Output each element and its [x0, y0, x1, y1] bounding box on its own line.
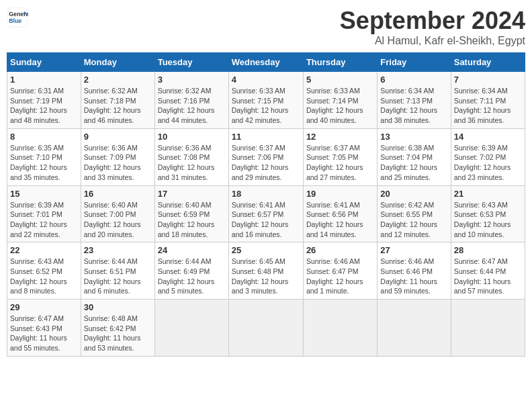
day-info: Sunrise: 6:44 AM Sunset: 6:51 PM Dayligh…	[84, 257, 152, 296]
svg-text:Blue: Blue	[9, 17, 21, 24]
day-info: Sunrise: 6:34 AM Sunset: 7:11 PM Dayligh…	[454, 86, 522, 126]
table-row: 14Sunrise: 6:39 AM Sunset: 7:02 PM Dayli…	[451, 128, 525, 185]
day-info: Sunrise: 6:31 AM Sunset: 7:19 PM Dayligh…	[10, 86, 78, 126]
table-row: 6Sunrise: 6:34 AM Sunset: 7:13 PM Daylig…	[378, 72, 451, 129]
day-info: Sunrise: 6:39 AM Sunset: 7:01 PM Dayligh…	[10, 200, 78, 240]
day-number: 14	[454, 132, 522, 142]
day-number: 25	[232, 245, 300, 255]
day-number: 7	[454, 75, 522, 85]
day-info: Sunrise: 6:36 AM Sunset: 7:08 PM Dayligh…	[158, 143, 226, 183]
day-number: 19	[306, 189, 374, 199]
day-info: Sunrise: 6:45 AM Sunset: 6:48 PM Dayligh…	[232, 257, 300, 296]
table-row: 8Sunrise: 6:35 AM Sunset: 7:10 PM Daylig…	[7, 128, 81, 185]
day-info: Sunrise: 6:46 AM Sunset: 6:47 PM Dayligh…	[306, 257, 374, 296]
day-number: 9	[84, 132, 152, 142]
header-monday: Monday	[81, 53, 154, 72]
table-row: 7Sunrise: 6:34 AM Sunset: 7:11 PM Daylig…	[451, 72, 525, 129]
location-title: Al Hamul, Kafr el-Sheikh, Egypt	[340, 35, 525, 47]
day-info: Sunrise: 6:37 AM Sunset: 7:05 PM Dayligh…	[306, 143, 374, 183]
day-number: 8	[10, 132, 78, 142]
table-row: 26Sunrise: 6:46 AM Sunset: 6:47 PM Dayli…	[303, 242, 377, 300]
table-row: 17Sunrise: 6:40 AM Sunset: 6:59 PM Dayli…	[154, 185, 228, 242]
day-number: 16	[84, 189, 152, 199]
header-thursday: Thursday	[303, 53, 377, 72]
logo-icon: General Blue	[7, 7, 28, 28]
day-info: Sunrise: 6:48 AM Sunset: 6:42 PM Dayligh…	[84, 314, 152, 353]
header-saturday: Saturday	[451, 53, 525, 72]
day-number: 28	[454, 245, 522, 255]
table-row: 25Sunrise: 6:45 AM Sunset: 6:48 PM Dayli…	[228, 242, 303, 300]
table-row: 29Sunrise: 6:47 AM Sunset: 6:43 PM Dayli…	[7, 300, 81, 357]
day-number: 11	[232, 132, 300, 142]
day-number: 30	[84, 302, 152, 312]
day-info: Sunrise: 6:40 AM Sunset: 6:59 PM Dayligh…	[158, 200, 226, 240]
table-row: 5Sunrise: 6:33 AM Sunset: 7:14 PM Daylig…	[303, 72, 377, 129]
day-number: 18	[232, 189, 300, 199]
day-info: Sunrise: 6:32 AM Sunset: 7:18 PM Dayligh…	[84, 86, 152, 126]
table-row	[228, 300, 303, 357]
calendar-table: Sunday Monday Tuesday Wednesday Thursday…	[7, 52, 525, 357]
day-number: 27	[380, 245, 447, 255]
table-row: 16Sunrise: 6:40 AM Sunset: 7:00 PM Dayli…	[81, 185, 154, 242]
header-sunday: Sunday	[7, 53, 81, 72]
logo: General Blue	[7, 7, 28, 28]
day-info: Sunrise: 6:33 AM Sunset: 7:14 PM Dayligh…	[306, 86, 374, 126]
calendar-week-row: 22Sunrise: 6:43 AM Sunset: 6:52 PM Dayli…	[7, 242, 525, 300]
table-row: 18Sunrise: 6:41 AM Sunset: 6:57 PM Dayli…	[228, 185, 303, 242]
day-info: Sunrise: 6:39 AM Sunset: 7:02 PM Dayligh…	[454, 143, 522, 183]
calendar-week-row: 1Sunrise: 6:31 AM Sunset: 7:19 PM Daylig…	[7, 72, 525, 129]
day-info: Sunrise: 6:41 AM Sunset: 6:56 PM Dayligh…	[306, 200, 374, 240]
table-row: 10Sunrise: 6:36 AM Sunset: 7:08 PM Dayli…	[154, 128, 228, 185]
table-row: 21Sunrise: 6:43 AM Sunset: 6:53 PM Dayli…	[451, 185, 525, 242]
day-info: Sunrise: 6:36 AM Sunset: 7:09 PM Dayligh…	[84, 143, 152, 183]
page-header: General Blue September 2024 Al Hamul, Ka…	[7, 7, 525, 47]
day-info: Sunrise: 6:47 AM Sunset: 6:44 PM Dayligh…	[454, 257, 522, 296]
table-row: 3Sunrise: 6:32 AM Sunset: 7:16 PM Daylig…	[154, 72, 228, 129]
day-info: Sunrise: 6:46 AM Sunset: 6:46 PM Dayligh…	[380, 257, 447, 296]
table-row: 4Sunrise: 6:33 AM Sunset: 7:15 PM Daylig…	[228, 72, 303, 129]
day-number: 13	[380, 132, 447, 142]
day-info: Sunrise: 6:34 AM Sunset: 7:13 PM Dayligh…	[380, 86, 447, 126]
day-number: 24	[158, 245, 226, 255]
day-number: 15	[10, 189, 78, 199]
title-section: September 2024 Al Hamul, Kafr el-Sheikh,…	[340, 7, 525, 47]
table-row: 23Sunrise: 6:44 AM Sunset: 6:51 PM Dayli…	[81, 242, 154, 300]
day-number: 2	[84, 75, 152, 85]
day-number: 23	[84, 245, 152, 255]
day-number: 4	[232, 75, 300, 85]
table-row: 2Sunrise: 6:32 AM Sunset: 7:18 PM Daylig…	[81, 72, 154, 129]
day-info: Sunrise: 6:35 AM Sunset: 7:10 PM Dayligh…	[10, 143, 78, 183]
table-row	[378, 300, 451, 357]
calendar-header-row: Sunday Monday Tuesday Wednesday Thursday…	[7, 53, 525, 72]
table-row: 11Sunrise: 6:37 AM Sunset: 7:06 PM Dayli…	[228, 128, 303, 185]
svg-text:General: General	[9, 11, 28, 17]
day-number: 26	[306, 245, 374, 255]
day-info: Sunrise: 6:42 AM Sunset: 6:55 PM Dayligh…	[380, 200, 447, 240]
day-info: Sunrise: 6:44 AM Sunset: 6:49 PM Dayligh…	[158, 257, 226, 296]
calendar-week-row: 29Sunrise: 6:47 AM Sunset: 6:43 PM Dayli…	[7, 300, 525, 357]
month-title: September 2024	[340, 7, 525, 35]
table-row: 13Sunrise: 6:38 AM Sunset: 7:04 PM Dayli…	[378, 128, 451, 185]
day-info: Sunrise: 6:33 AM Sunset: 7:15 PM Dayligh…	[232, 86, 300, 126]
day-number: 3	[158, 75, 226, 85]
day-info: Sunrise: 6:40 AM Sunset: 7:00 PM Dayligh…	[84, 200, 152, 240]
day-info: Sunrise: 6:47 AM Sunset: 6:43 PM Dayligh…	[10, 314, 78, 353]
table-row: 19Sunrise: 6:41 AM Sunset: 6:56 PM Dayli…	[303, 185, 377, 242]
table-row	[154, 300, 228, 357]
table-row: 30Sunrise: 6:48 AM Sunset: 6:42 PM Dayli…	[81, 300, 154, 357]
day-info: Sunrise: 6:43 AM Sunset: 6:52 PM Dayligh…	[10, 257, 78, 296]
table-row: 24Sunrise: 6:44 AM Sunset: 6:49 PM Dayli…	[154, 242, 228, 300]
header-friday: Friday	[378, 53, 451, 72]
header-wednesday: Wednesday	[228, 53, 303, 72]
day-number: 29	[10, 302, 78, 312]
day-number: 22	[10, 245, 78, 255]
day-info: Sunrise: 6:43 AM Sunset: 6:53 PM Dayligh…	[454, 200, 522, 240]
day-number: 10	[158, 132, 226, 142]
day-info: Sunrise: 6:41 AM Sunset: 6:57 PM Dayligh…	[232, 200, 300, 240]
table-row: 20Sunrise: 6:42 AM Sunset: 6:55 PM Dayli…	[378, 185, 451, 242]
table-row: 9Sunrise: 6:36 AM Sunset: 7:09 PM Daylig…	[81, 128, 154, 185]
day-number: 20	[380, 189, 447, 199]
day-number: 21	[454, 189, 522, 199]
day-number: 5	[306, 75, 374, 85]
table-row: 12Sunrise: 6:37 AM Sunset: 7:05 PM Dayli…	[303, 128, 377, 185]
